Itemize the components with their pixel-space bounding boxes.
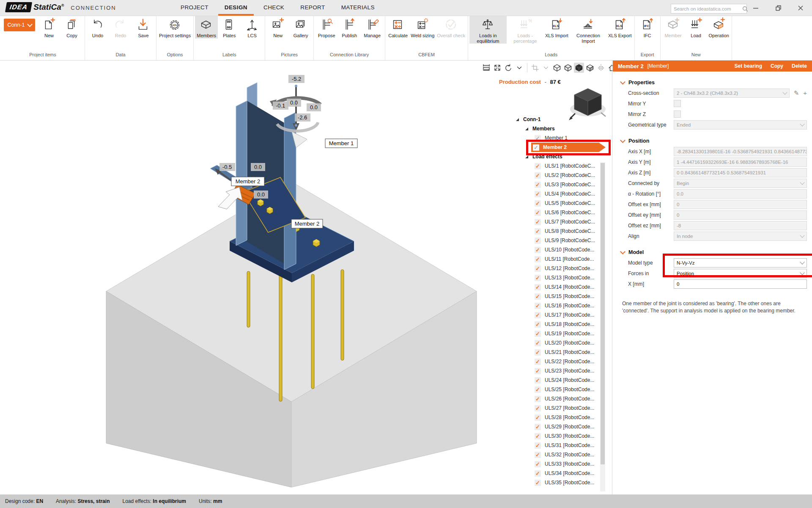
search-input[interactable]: [671, 6, 741, 11]
viewport-3d-scene[interactable]: -5.2 0.0 -0.1 0.0 -2.6 -0.5 0.0 0.0 Memb…: [0, 61, 527, 494]
minimize-button[interactable]: [750, 3, 762, 13]
tree-item-uls[interactable]: ✓ULS/16 [RobotCode...: [513, 301, 608, 310]
tree-expander-icon[interactable]: [516, 118, 519, 121]
model-type-select[interactable]: N-Vy-Vz: [674, 258, 807, 268]
checkbox-checked-icon[interactable]: ✓: [535, 237, 541, 244]
tab-project[interactable]: PROJECT: [173, 0, 217, 16]
checkbox-checked-icon[interactable]: ✓: [535, 396, 541, 402]
tab-check[interactable]: CHECK: [255, 0, 292, 16]
checkbox-checked-icon[interactable]: ✓: [535, 321, 541, 328]
checkbox-checked-icon[interactable]: ✓: [535, 368, 541, 374]
checkbox-checked-icon[interactable]: ✓: [535, 163, 541, 169]
checkbox-checked-icon[interactable]: ✓: [535, 182, 541, 188]
tree-expander-icon[interactable]: [525, 127, 528, 130]
tree-item-uls[interactable]: ✓ULS/8 [RobotCodeC...: [513, 226, 608, 236]
tree-item-uls[interactable]: ✓ULS/19 [RobotCode...: [513, 329, 608, 338]
checkbox-checked-icon[interactable]: ✓: [535, 256, 541, 262]
checkbox-checked-icon[interactable]: ✓: [535, 265, 541, 272]
tree-item-member-2[interactable]: ✓Member 2: [513, 143, 608, 152]
checkbox-checked-icon[interactable]: ✓: [535, 424, 541, 430]
checkbox-checked-icon[interactable]: ✓: [535, 331, 541, 337]
tree-group-members[interactable]: Members: [532, 126, 555, 132]
rotate-view-icon[interactable]: [503, 63, 513, 73]
checkbox-checked-icon[interactable]: ✓: [535, 414, 541, 421]
checkbox-checked-icon[interactable]: ✓: [535, 377, 541, 384]
cube-hidden-line-icon[interactable]: [563, 63, 573, 73]
tree-item-uls[interactable]: ✓ULS/35 [RobotCode...: [513, 478, 608, 487]
ribbon-button-save[interactable]: Save: [132, 16, 155, 39]
search-box[interactable]: [671, 4, 747, 14]
checkbox-checked-icon[interactable]: ✓: [535, 405, 541, 411]
forces-in-select[interactable]: Position: [674, 269, 807, 278]
ribbon-button-calculate[interactable]: Calculate: [387, 16, 409, 39]
ribbon-button-project-settings[interactable]: </>Project settings: [158, 16, 192, 39]
tree-item-uls[interactable]: ✓ULS/31 [RobotCode...: [513, 441, 608, 450]
checkbox-checked-icon[interactable]: ✓: [535, 359, 541, 365]
ribbon-button-members[interactable]: Members: [195, 16, 218, 39]
cube-clip-icon[interactable]: [585, 63, 595, 73]
checkbox-checked-icon[interactable]: ✓: [535, 191, 541, 197]
checkbox-checked-icon[interactable]: ✓: [535, 293, 541, 300]
ribbon-button-copy[interactable]: Copy: [60, 16, 83, 39]
tree-expander-icon[interactable]: [525, 155, 528, 158]
checkbox-checked-icon[interactable]: ✓: [535, 461, 541, 467]
tree-group-load-effects[interactable]: Load effects: [532, 154, 562, 160]
checkbox-checked-icon[interactable]: ✓: [535, 303, 541, 309]
cube-solid-icon[interactable]: [574, 63, 584, 73]
ribbon-button-loads-in-equilibrium[interactable]: Loads in equilibrium: [469, 16, 507, 44]
tree-item-uls[interactable]: ✓ULS/34 [RobotCode...: [513, 469, 608, 478]
checkbox-checked-icon[interactable]: ✓: [535, 452, 541, 458]
checkbox-checked-icon[interactable]: ✓: [535, 275, 541, 281]
tree-item-uls[interactable]: ✓ULS/10 [RobotCode...: [513, 245, 608, 254]
checkbox-checked-icon[interactable]: ✓: [535, 470, 541, 477]
checkbox-checked-icon[interactable]: ✓: [535, 442, 541, 449]
x-mm-input[interactable]: 0: [674, 279, 807, 289]
tree-item-uls[interactable]: ✓ULS/29 [RobotCode...: [513, 422, 608, 431]
tree-item-uls[interactable]: ✓ULS/14 [RobotCode...: [513, 282, 608, 292]
set-bearing-button[interactable]: Set bearing: [735, 63, 762, 69]
checkbox-checked-icon[interactable]: ✓: [535, 210, 541, 216]
checkbox-checked-icon[interactable]: ✓: [535, 135, 541, 141]
edit-pencil-icon[interactable]: ✎: [794, 90, 799, 96]
ribbon-button-publish[interactable]: Publish: [338, 16, 361, 39]
tree-item-member-1[interactable]: ✓Member 1: [513, 133, 608, 143]
section-header-model[interactable]: Model: [613, 247, 812, 257]
tree-item-uls[interactable]: ✓ULS/12 [RobotCode...: [513, 264, 608, 273]
tree-item-uls[interactable]: ✓ULS/15 [RobotCode...: [513, 292, 608, 301]
tree-item-uls[interactable]: ✓ULS/4 [RobotCodeC...: [513, 189, 608, 199]
fit-view-icon[interactable]: [492, 63, 502, 73]
ribbon-button-new[interactable]: New: [266, 16, 289, 39]
ribbon-button-propose[interactable]: Propose: [315, 16, 338, 39]
measure-icon[interactable]: [481, 63, 491, 73]
delete-button[interactable]: Delete: [792, 63, 807, 69]
checkbox-checked-icon[interactable]: ✓: [535, 172, 541, 179]
ribbon-button-lcs[interactable]: LCS: [241, 16, 263, 39]
tree-item-uls[interactable]: ✓ULS/26 [RobotCode...: [513, 394, 608, 403]
tree-item-uls[interactable]: ✓ULS/23 [RobotCode...: [513, 366, 608, 375]
tab-design[interactable]: DESIGN: [217, 0, 255, 16]
tree-item-uls[interactable]: ✓ULS/13 [RobotCode...: [513, 273, 608, 282]
ribbon-button-load[interactable]: Load: [685, 16, 708, 39]
tree-item-uls[interactable]: ✓ULS/18 [RobotCode...: [513, 320, 608, 329]
tab-materials[interactable]: MATERIALS: [333, 0, 383, 16]
tree-item-uls[interactable]: ✓ULS/5 [RobotCodeC...: [513, 199, 608, 208]
tree-scrollbar[interactable]: [600, 162, 605, 491]
ribbon-button-xls-import[interactable]: XLSXLS Import: [544, 16, 570, 39]
tree-item-uls[interactable]: ✓ULS/2 [RobotCodeC...: [513, 171, 608, 180]
checkbox-checked-icon[interactable]: ✓: [535, 340, 541, 346]
checkbox-checked-icon[interactable]: ✓: [535, 247, 541, 253]
checkbox-checked-icon[interactable]: ✓: [535, 200, 541, 207]
tree-item-uls[interactable]: ✓ULS/28 [RobotCode...: [513, 413, 608, 422]
checkbox-checked-icon[interactable]: ✓: [535, 284, 541, 290]
ribbon-button-connection-import[interactable]: Connection Import: [570, 16, 607, 44]
chevron-down-icon[interactable]: [514, 63, 524, 73]
checkbox-checked-icon[interactable]: ✓: [535, 480, 541, 486]
tree-item-uls[interactable]: ✓ULS/25 [RobotCode...: [513, 385, 608, 394]
tree-item-uls[interactable]: ✓ULS/22 [RobotCode...: [513, 357, 608, 366]
tree-scrollbar-thumb[interactable]: [601, 163, 605, 464]
add-plus-icon[interactable]: +: [803, 90, 807, 96]
close-button[interactable]: [795, 3, 807, 13]
connection-selector[interactable]: Conn-1: [4, 19, 35, 31]
ribbon-button-new[interactable]: New: [38, 16, 60, 39]
checkbox-checked-icon[interactable]: ✓: [535, 349, 541, 356]
